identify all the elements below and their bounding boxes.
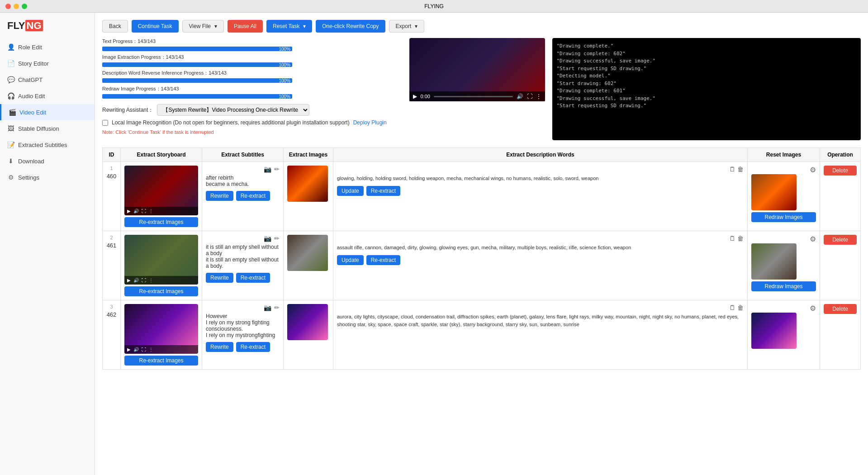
reset-top-2: ⚙ (751, 235, 816, 243)
desc-progress-pct: 100% (279, 78, 290, 83)
thumb-vol-2[interactable]: 🔊 (133, 278, 139, 283)
camera-icon-2[interactable]: 📷 (264, 235, 271, 242)
video-volume-button[interactable]: 🔊 (517, 93, 523, 100)
update-desc-2[interactable]: Update (337, 255, 364, 265)
thumb-expand-2[interactable]: ⛶ (142, 278, 146, 283)
export-button[interactable]: Export (389, 20, 425, 33)
sidebar-item-role-edit[interactable]: 👤 Role Edit (0, 39, 95, 55)
video-more-button[interactable]: ⋮ (536, 93, 541, 100)
re-extract-subtitle-3[interactable]: Re-extract (236, 342, 270, 352)
row-1-op: Delete (820, 162, 861, 231)
row-2-meta: 2 461 (103, 231, 121, 300)
re-extract-storyboard-1[interactable]: Re-extract Images (124, 217, 198, 227)
maximize-button[interactable] (22, 4, 27, 9)
thumb-more-3[interactable]: ⋮ (149, 347, 153, 352)
thumb-play-1[interactable]: ▶ (127, 209, 131, 214)
reset-task-button[interactable]: Reset Task (266, 20, 312, 33)
sidebar-item-label: Audio Edit (18, 93, 45, 100)
sidebar-item-stable-diffusion[interactable]: 🖼 Stable Diffusion (0, 120, 95, 137)
log-line-3: "Drawing successful, save image." (557, 57, 857, 65)
thumb-overlay-2: ▶ 🔊 ⛶ ⋮ (124, 276, 198, 285)
sidebar-item-video-edit[interactable]: 🎬 Video Edit (0, 104, 95, 120)
sidebar-item-extracted-subtitles[interactable]: 📝 Extracted Subtitles (0, 137, 95, 153)
video-fullscreen-button[interactable]: ⛶ (527, 93, 532, 100)
sidebar-item-chatgpt[interactable]: 💬 ChatGPT (0, 71, 95, 88)
story-editor-icon: 📄 (7, 60, 14, 67)
redraw-button-1[interactable]: Redraw Images (751, 212, 816, 222)
thumb-play-2[interactable]: ▶ (127, 278, 131, 283)
sidebar-item-story-editor[interactable]: 📄 Story Editor (0, 55, 95, 71)
thumb-expand-1[interactable]: ⛶ (142, 209, 146, 214)
thumb-more-1[interactable]: ⋮ (149, 209, 153, 214)
re-extract-storyboard-3[interactable]: Re-extract Images (124, 356, 198, 366)
sidebar-item-label: Video Edit (19, 109, 46, 116)
thumb-play-3[interactable]: ▶ (127, 347, 131, 352)
sidebar-item-label: ChatGPT (18, 76, 43, 83)
view-file-button[interactable]: View File (182, 20, 224, 33)
subtitle-text-2: it is still an empty shell without a bod… (206, 244, 280, 269)
extract-img-3 (287, 304, 328, 340)
gear-button-3[interactable]: ⚙ (810, 304, 816, 313)
re-extract-desc-1[interactable]: Re-extract (366, 186, 400, 196)
copy-icon-2[interactable]: 🗒 (729, 235, 735, 242)
sidebar-item-settings[interactable]: ⚙ Settings (0, 169, 95, 185)
delete-button-2[interactable]: Delete (824, 235, 857, 245)
gear-button-1[interactable]: ⚙ (810, 166, 816, 174)
delete-desc-icon-3[interactable]: 🗑 (737, 304, 744, 311)
edit-icon-1[interactable]: ✏ (274, 166, 280, 173)
row-3-storyboard: ▶ 🔊 ⛶ ⋮ Re-extract Images (121, 300, 202, 370)
update-desc-1[interactable]: Update (337, 186, 364, 196)
re-extract-desc-2[interactable]: Re-extract (366, 255, 400, 265)
rewrite-button-3[interactable]: Rewrite (206, 342, 233, 352)
progress-and-controls: Text Progress：143/143 100% Image Extract… (102, 38, 402, 140)
log-line-2: "Drawing complete: 602" (557, 50, 857, 58)
pause-all-button[interactable]: Pause All (228, 20, 263, 33)
continue-task-button[interactable]: Continue Task (132, 20, 179, 33)
subtitle-icons-1: 📷 ✏ (206, 166, 280, 173)
edit-icon-3[interactable]: ✏ (274, 304, 280, 311)
titlebar: FLYING (0, 0, 868, 13)
delete-button-1[interactable]: Delete (824, 166, 857, 176)
re-extract-subtitle-1[interactable]: Re-extract (236, 191, 270, 201)
image-progress-label: Image Extraction Progress：143/143 (102, 54, 238, 61)
back-button[interactable]: Back (102, 20, 128, 33)
rewrite-button-2[interactable]: Rewrite (206, 273, 233, 283)
thumb-vol-1[interactable]: 🔊 (133, 209, 139, 214)
video-play-button[interactable]: ▶ (413, 93, 417, 100)
camera-icon-3[interactable]: 📷 (264, 304, 271, 311)
edit-icon-2[interactable]: ✏ (274, 235, 280, 242)
thumb-expand-3[interactable]: ⛶ (142, 347, 146, 352)
redraw-button-2[interactable]: Redraw Images (751, 281, 816, 291)
window-title: FLYING (424, 3, 443, 10)
desc-progress-label: Description Word Reverse Inference Progr… (102, 70, 238, 76)
video-progress[interactable] (434, 96, 513, 97)
video-box: ▶ 0:00 🔊 ⛶ ⋮ (409, 38, 545, 101)
re-extract-subtitle-2[interactable]: Re-extract (236, 273, 270, 283)
toolbar: Back Continue Task View File Pause All R… (102, 20, 861, 33)
thumb-more-2[interactable]: ⋮ (149, 278, 153, 283)
row-1-reset: ⚙ Redraw Images (748, 162, 820, 231)
copy-icon-1[interactable]: 🗒 (729, 166, 735, 173)
log-line-4: "Start requesting SD drawing." (557, 65, 857, 73)
delete-desc-icon-1[interactable]: 🗑 (737, 166, 744, 173)
delete-button-3[interactable]: Delete (824, 304, 857, 314)
image-progress-row: Image Extraction Progress：143/143 (102, 54, 402, 61)
re-extract-storyboard-2[interactable]: Re-extract Images (124, 286, 198, 296)
local-image-recognition-checkbox[interactable] (102, 120, 108, 126)
one-click-rewrite-button[interactable]: One-click Rewrite Copy (316, 20, 385, 33)
extract-img-1 (287, 166, 328, 202)
gear-button-2[interactable]: ⚙ (810, 235, 816, 243)
delete-desc-icon-2[interactable]: 🗑 (737, 235, 744, 242)
close-button[interactable] (5, 4, 11, 9)
rewriting-select[interactable]: 【System Rewrite】Video Processing One-cli… (157, 104, 309, 116)
thumb-vol-3[interactable]: 🔊 (133, 347, 139, 352)
camera-icon-1[interactable]: 📷 (264, 166, 271, 173)
sidebar-item-download[interactable]: ⬇ Download (0, 153, 95, 169)
copy-icon-3[interactable]: 🗒 (729, 304, 735, 311)
deploy-plugin-link[interactable]: Deploy Plugin (353, 119, 387, 126)
sidebar-item-audio-edit[interactable]: 🎧 Audio Edit (0, 88, 95, 104)
rewrite-button-1[interactable]: Rewrite (206, 191, 233, 201)
extract-img-2 (287, 235, 328, 271)
minimize-button[interactable] (14, 4, 19, 9)
note-text: Note: Click 'Continue Task' if the task … (102, 129, 402, 135)
